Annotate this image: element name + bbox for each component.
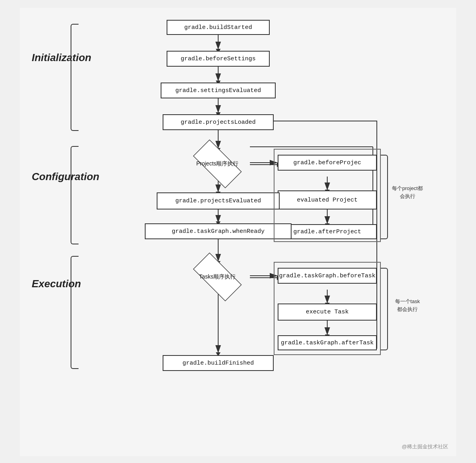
phase-initialization: Initialization (32, 52, 91, 64)
node-task-graph-when-ready: gradle.taskGraph.whenReady (145, 223, 292, 239)
node-projects-evaluated: gradle.projectsEvaluated (157, 192, 280, 209)
watermark: @稀土掘金技术社区 (402, 443, 448, 450)
config-group-box (274, 149, 381, 242)
note-per-project: 每个project都会执行 (390, 184, 425, 200)
note-per-task: 每一个task都会执行 (390, 298, 425, 313)
node-projects-sequential: Projects顺序执行 (186, 148, 249, 180)
node-tasks-sequential: Tasks顺序执行 (186, 261, 249, 293)
exec-group-box (274, 262, 381, 355)
node-settings-evaluated: gradle.settingsEvaluated (161, 83, 276, 98)
brace-per-task (380, 268, 388, 350)
node-build-started: gradle.buildStarted (167, 20, 270, 35)
phase-configuration: Configuration (32, 171, 99, 183)
node-projects-loaded: gradle.projectsLoaded (163, 114, 274, 130)
diagram-container: Initialization Configuration Execution g… (20, 8, 456, 456)
brace-per-project (380, 155, 388, 239)
node-before-settings: gradle.beforeSettings (167, 51, 270, 67)
brace-configuration (71, 146, 79, 244)
brace-initialization (71, 24, 79, 131)
node-build-finished: gradle.buildFinished (163, 355, 274, 371)
brace-execution (71, 256, 79, 369)
